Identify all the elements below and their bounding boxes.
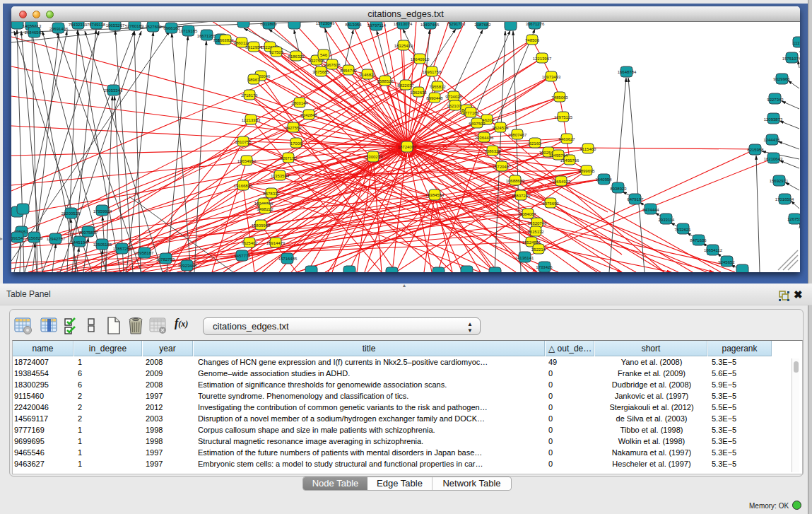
svg-text:19495764: 19495764: [549, 153, 568, 158]
svg-text:3675685: 3675685: [312, 70, 329, 74]
svg-text:12093873: 12093873: [764, 117, 783, 122]
svg-text:1810755: 1810755: [235, 140, 252, 144]
svg-text:18325419: 18325419: [394, 44, 413, 48]
svg-text:10958187: 10958187: [135, 251, 154, 255]
svg-text:15692971: 15692971: [770, 179, 789, 183]
svg-text:1527602: 1527602: [145, 25, 162, 29]
svg-text:10654112: 10654112: [704, 248, 723, 252]
svg-text:9227343: 9227343: [767, 98, 784, 102]
svg-text:7386322: 7386322: [484, 149, 501, 153]
svg-text:75291703: 75291703: [447, 22, 466, 26]
svg-text:1588520: 1588520: [377, 79, 394, 83]
svg-text:18724007: 18724007: [398, 145, 417, 149]
svg-text:9457771: 9457771: [234, 254, 251, 258]
svg-text:9427552: 9427552: [285, 126, 302, 130]
svg-text:9115460: 9115460: [580, 147, 597, 151]
svg-text:16648784: 16648784: [618, 70, 637, 74]
svg-text:9734028: 9734028: [445, 95, 462, 99]
svg-text:26846563: 26846563: [25, 30, 44, 35]
svg-text:16320746: 16320746: [528, 221, 547, 226]
svg-text:62160: 62160: [529, 141, 541, 146]
svg-text:8454749: 8454749: [340, 69, 357, 73]
svg-text:1445194: 1445194: [71, 240, 88, 245]
svg-text:7663822: 7663822: [217, 38, 234, 42]
svg-text:52760189: 52760189: [125, 24, 144, 28]
svg-text:39154: 39154: [11, 236, 23, 240]
svg-text:18640910: 18640910: [411, 57, 430, 62]
svg-text:9474444: 9474444: [642, 208, 659, 212]
svg-text:2718176: 2718176: [241, 93, 258, 98]
svg-text:3084067: 3084067: [519, 212, 536, 216]
svg-text:8186323: 8186323: [288, 54, 305, 59]
svg-text:16914479: 16914479: [266, 241, 286, 245]
svg-text:17006: 17006: [290, 141, 302, 146]
svg-text:9777169: 9777169: [462, 111, 479, 115]
svg-text:8678332: 8678332: [263, 192, 280, 196]
svg-text:9242848: 9242848: [300, 113, 317, 117]
svg-text:15723049: 15723049: [316, 22, 335, 25]
svg-text:19166825: 19166825: [234, 184, 253, 188]
svg-text:2967608: 2967608: [324, 63, 341, 67]
svg-text:18313074: 18313074: [394, 22, 413, 26]
svg-text:7485063: 7485063: [551, 95, 568, 100]
svg-text:11172: 11172: [793, 41, 800, 45]
svg-text:15809948: 15809948: [252, 223, 271, 228]
svg-text:36671276: 36671276: [526, 22, 545, 26]
svg-text:8813054: 8813054: [345, 23, 362, 27]
svg-text:126753: 126753: [787, 217, 800, 221]
svg-text:13654923: 13654923: [552, 180, 571, 184]
svg-text:927505: 927505: [269, 50, 284, 54]
svg-text:9146821: 9146821: [359, 73, 376, 77]
svg-text:12505185: 12505185: [93, 243, 112, 247]
svg-text:10973493: 10973493: [542, 75, 561, 79]
svg-text:75749118: 75749118: [87, 23, 106, 27]
svg-text:2087682: 2087682: [474, 23, 491, 27]
svg-text:10653267: 10653267: [106, 23, 125, 28]
svg-text:17359924: 17359924: [93, 209, 112, 214]
svg-text:18807249: 18807249: [512, 194, 531, 198]
svg-text:9329966: 9329966: [773, 77, 790, 81]
svg-text:1362635: 1362635: [410, 90, 427, 95]
svg-text:2933114: 2933114: [659, 218, 676, 222]
svg-text:6497503: 6497503: [469, 122, 486, 126]
svg-text:98967: 98967: [248, 78, 260, 82]
svg-text:8938923: 8938923: [610, 187, 627, 191]
svg-text:546: 546: [320, 53, 328, 57]
svg-text:6479197: 6479197: [627, 197, 644, 201]
svg-text:16210643: 16210643: [764, 157, 783, 161]
svg-text:8822037: 8822037: [397, 83, 414, 88]
svg-text:7625402: 7625402: [241, 241, 258, 245]
svg-text:19654952: 19654952: [237, 159, 257, 163]
svg-text:16782759: 16782759: [156, 257, 175, 262]
svg-text:17857255: 17857255: [113, 247, 132, 251]
svg-text:20364436: 20364436: [475, 136, 494, 140]
svg-text:17016504: 17016504: [775, 197, 794, 201]
svg-text:12213967: 12213967: [533, 57, 552, 61]
svg-text:3498222: 3498222: [257, 207, 273, 211]
svg-text:15300273: 15300273: [364, 155, 383, 159]
svg-text:30975837: 30975837: [79, 230, 98, 235]
svg-text:2803144: 2803144: [291, 101, 308, 105]
svg-text:15720407: 15720407: [493, 165, 512, 169]
svg-text:7955812: 7955812: [429, 85, 446, 89]
svg-text:1640954: 1640954: [595, 177, 612, 182]
svg-text:9899695: 9899695: [578, 169, 595, 173]
svg-text:3624534: 3624534: [492, 126, 509, 130]
svg-text:29053346: 29053346: [104, 88, 123, 93]
svg-text:16961758: 16961758: [423, 70, 442, 74]
svg-text:14136141: 14136141: [515, 256, 534, 260]
svg-text:59797114: 59797114: [367, 23, 387, 28]
svg-text:6013809: 6013809: [260, 22, 277, 26]
svg-text:1156829: 1156829: [27, 236, 44, 240]
svg-text:12923448: 12923448: [178, 264, 197, 268]
svg-text:1244415: 1244415: [763, 138, 780, 142]
svg-text:10807467: 10807467: [508, 133, 527, 137]
svg-text:20200528: 20200528: [61, 211, 81, 216]
svg-text:252214: 252214: [531, 247, 546, 252]
svg-text:1975692: 1975692: [542, 201, 559, 206]
svg-text:8990448: 8990448: [426, 96, 443, 100]
svg-text:75432319: 75432319: [69, 23, 88, 27]
svg-text:1733426: 1733426: [536, 265, 553, 269]
svg-text:12213383: 12213383: [242, 118, 261, 122]
svg-text:9245652: 9245652: [718, 260, 735, 264]
